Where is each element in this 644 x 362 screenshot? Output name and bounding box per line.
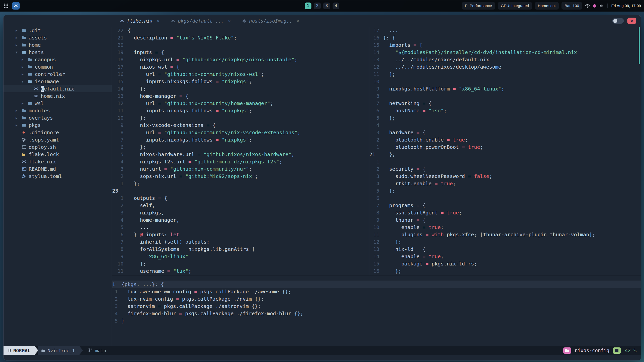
code-line[interactable]: 7 inherit (self) outputs; (112, 238, 369, 245)
workspace-4[interactable]: 4 (333, 3, 339, 9)
code-line[interactable]: 1 tux-awesome-wm-config = pkgs.callPacka… (112, 288, 641, 295)
code-line[interactable]: 21 }; (369, 151, 641, 158)
code-line[interactable]: 11 ]; (369, 70, 641, 78)
tree-item-deploy-sh[interactable]: deploy.sh (4, 143, 112, 151)
chevron-closed-icon[interactable]: ▸ (22, 57, 28, 62)
buffer-name[interactable]: NvimTree_1 (38, 346, 79, 355)
code-line[interactable]: 6 (369, 194, 641, 202)
tab-pkgs-default[interactable]: pkgs/default ...× (165, 15, 236, 27)
code-line[interactable]: 15 inputs.nixpkgs.follows = "nixpkgs"; (112, 78, 369, 85)
nixos-logo-icon[interactable] (12, 2, 20, 10)
code-line[interactable]: 10 ]; (112, 260, 369, 267)
horizontal-split-separator[interactable] (112, 276, 641, 276)
code-line[interactable]: 15 imports = [ (369, 41, 641, 49)
code-line[interactable]: 12 ../../modules/nixos/desktop/awesome (369, 63, 641, 70)
code-line[interactable]: 1 bluetooth.powerOnBoot = true; (369, 143, 641, 151)
code-line[interactable]: 6 hostName = "iso"; (369, 107, 641, 114)
status-chip-home-out[interactable]: Home: out (535, 2, 559, 10)
code-line[interactable]: 4 rtkit.enable = true; (369, 180, 641, 187)
code-line[interactable]: 11 inputs.nixpkgs.follows = "nixpkgs"; (112, 107, 369, 114)
code-line[interactable]: 16}: { (369, 34, 641, 41)
code-line[interactable]: 13 ../../modules/nixos/default.nix (369, 56, 641, 63)
code-line[interactable]: 19 inputs = { (112, 49, 369, 56)
code-line[interactable]: 2 tux-nvim-config = pkgs.callPackage ./n… (112, 295, 641, 302)
tree-item-isoimage[interactable]: ▾isoImage (4, 78, 112, 85)
tab-close-icon[interactable]: × (157, 18, 160, 24)
tab-close-icon[interactable]: × (296, 18, 299, 24)
code-line[interactable]: 10 enable = true; (369, 223, 641, 231)
code-line[interactable]: 5} (112, 317, 641, 324)
window-close-button[interactable]: × (627, 18, 636, 24)
code-line[interactable]: 12 }; (369, 238, 641, 245)
code-line[interactable]: 8 (369, 92, 641, 100)
chevron-open-icon[interactable]: ▾ (16, 50, 22, 55)
tree-item-hosts[interactable]: ▾hosts (4, 49, 112, 56)
code-line[interactable]: 15 package = pkgs.nix-ld-rs; (369, 260, 641, 267)
tree-item-sops-yaml[interactable]: .sops.yaml (4, 136, 112, 143)
clock[interactable]: Fri Aug 09, 17:09 (611, 4, 641, 8)
code-line[interactable]: 1 outputs = { (112, 194, 369, 202)
tree-item-controller[interactable]: ▸controller (4, 70, 112, 78)
code-line[interactable]: 10 (369, 78, 641, 85)
code-line[interactable]: 16 }; (369, 267, 641, 275)
code-line[interactable]: 1{pkgs, ...}: { (112, 281, 641, 288)
chevron-closed-icon[interactable]: ▸ (16, 123, 22, 127)
tree-item-common[interactable]: ▸common (4, 63, 112, 70)
workspace-3[interactable]: 3 (323, 3, 330, 9)
code-line[interactable]: 13 home-manager = { (112, 92, 369, 100)
chevron-closed-icon[interactable]: ▸ (16, 116, 22, 120)
command-line[interactable] (4, 355, 641, 360)
code-line[interactable]: 11 plugins = with pkgs.xfce; [thunar-arc… (369, 231, 641, 238)
tree-item-gitignore[interactable]: .gitignore (4, 129, 112, 136)
tree-item-home-nix[interactable]: home.nix (4, 92, 112, 100)
chevron-closed-icon[interactable]: ▸ (16, 108, 22, 113)
volume-icon[interactable] (599, 4, 603, 8)
workspace-2[interactable]: 2 (314, 3, 321, 9)
code-line[interactable]: 4 home-manager, (112, 216, 369, 223)
tree-item-readme-md[interactable]: README.md (4, 165, 112, 172)
code-line[interactable]: 3 nixpkgs, (112, 209, 369, 216)
code-line[interactable]: 17 nixos-wsl = { (112, 63, 369, 70)
tree-item-flake-nix[interactable]: flake.nix (4, 158, 112, 165)
chevron-closed-icon[interactable]: ▸ (22, 101, 28, 106)
tree-item-assets[interactable]: ▸assets (4, 34, 112, 41)
code-line[interactable]: 2 self, (112, 202, 369, 209)
code-line[interactable]: 3 nur.url = "github:nix-community/nur"; (112, 165, 369, 172)
tree-item-home[interactable]: ▸home (4, 41, 112, 49)
tree-item-flake-lock[interactable]: flake.lock (4, 151, 112, 158)
code-line[interactable]: 23 (112, 187, 369, 194)
code-line[interactable]: 5 }; (369, 187, 641, 194)
chevron-closed-icon[interactable]: ▸ (22, 72, 28, 76)
code-line[interactable]: 3 hardware = { (369, 129, 641, 136)
chevron-closed-icon[interactable]: ▸ (16, 43, 22, 47)
status-chip-gpu-integrated[interactable]: GPU: Integrated (498, 2, 532, 10)
code-line[interactable]: 14 }; (112, 85, 369, 92)
code-line[interactable]: 9 nix-vscode-extensions = { (112, 121, 369, 129)
code-line[interactable]: 2 bluetooth.enable = true; (369, 136, 641, 143)
status-chip-p-performance[interactable]: P: Performance (462, 2, 495, 10)
tree-item-pkgs[interactable]: ▸pkgs (4, 121, 112, 129)
code-line[interactable]: 6 } @ inputs: let (112, 231, 369, 238)
chevron-open-icon[interactable]: ▾ (22, 79, 28, 84)
code-line[interactable]: 4 (369, 121, 641, 129)
tree-item-default-nix[interactable]: default.nix (4, 85, 112, 92)
tab-close-icon[interactable]: × (228, 18, 231, 24)
tree-item-overlays[interactable]: ▸overlays (4, 114, 112, 121)
tree-item-stylua-toml[interactable]: stylua.toml (4, 172, 112, 180)
code-line[interactable]: 17 ... (369, 27, 641, 34)
code-line[interactable]: 1 }; (112, 180, 369, 187)
code-line[interactable]: 12 url = "github:nix-community/home-mana… (112, 100, 369, 107)
code-line[interactable]: 9 nixpkgs.hostPlatform = "x86_64-linux"; (369, 85, 641, 92)
code-line[interactable]: 18 nixpkgs.url = "github:nixos/nixpkgs/n… (112, 56, 369, 63)
tree-item-wsl[interactable]: ▸wsl (4, 100, 112, 107)
scrollbar[interactable] (639, 27, 640, 64)
code-line[interactable]: 11 username = "tux"; (112, 267, 369, 275)
chevron-closed-icon[interactable]: ▸ (22, 65, 28, 69)
tab-hosts-isoimag[interactable]: hosts/isoImag..× (236, 15, 305, 27)
code-line[interactable]: 5 ... (112, 223, 369, 231)
chevron-closed-icon[interactable]: ▸ (16, 35, 22, 40)
tree-item-modules[interactable]: ▸modules (4, 107, 112, 114)
tree-item-canopus[interactable]: ▸canopus (4, 56, 112, 63)
workspace-1[interactable]: 1 (305, 3, 311, 9)
code-line[interactable]: 1 (369, 158, 641, 165)
